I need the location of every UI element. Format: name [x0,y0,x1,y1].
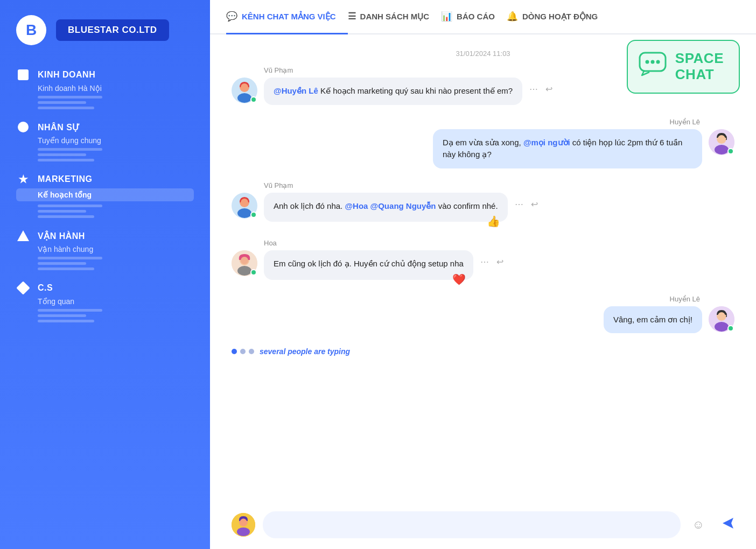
sender-label-msg3: Vũ Phạm [264,181,734,189]
svg-point-14 [237,208,251,218]
online-indicator [727,148,734,154]
sidebar-item-ke-hoach-tong[interactable]: Kế hoạch tổng [16,188,194,201]
bubble-actions-msg4: ⋯ ↩ [478,256,506,268]
reaction-heart: ❤️ [452,271,466,287]
reply-btn[interactable]: ↩ [529,198,540,210]
nav-group-nhan-su[interactable]: NHÂN SỰ Tuyển dụng chung [0,112,210,165]
main-panel: 💬 KÊNH CHAT MẢNG VIỆC ☰ DANH SÁCH MỤC 📊 … [210,0,756,549]
message-row-msg4: Em cũng ok lịch đó ạ. Huyền cứ chủ động … [232,250,734,280]
nav-line [38,268,94,270]
sidebar-item-tuyen-dung-chung[interactable]: Tuyển dụng chung [16,136,194,145]
emoji-button[interactable]: ☺ [688,516,709,534]
tab-dong-hoat-dong[interactable]: 🔔 DÒNG HOẠT ĐỘNG [507,0,610,34]
svg-point-6 [237,93,251,103]
nav-lines-cs [16,309,194,322]
mention-moi-nguoi: @mọi người [523,138,570,147]
nav-group-kinh-doanh[interactable]: KINH DOANH Kinh doanh Hà Nội [0,60,210,112]
activity-icon: 🔔 [507,11,518,22]
bubble-actions-msg1: ⋯ ↩ [527,83,555,95]
company-name[interactable]: BLUESTAR CO.LTD [56,19,169,41]
nav-line [38,101,86,104]
message-row-msg2: Dạ em vừa sửa xong, @mọi người có tiện h… [232,129,734,168]
sidebar-item-kinh-doanh-ha-noi[interactable]: Kinh doanh Hà Nội [16,84,194,93]
nav-line [38,96,102,98]
avatar-hoa [232,250,257,276]
svg-point-26 [237,527,250,536]
nav-group-title-marketing[interactable]: ★ MARKETING [16,172,194,186]
avatar-vu-pham [232,78,257,103]
list-icon: ☰ [348,11,356,22]
nav-line [38,153,86,156]
msg-content-msg5: Vâng, em cảm ơn chị! [604,306,702,334]
company-logo[interactable]: B [16,15,46,45]
reply-btn[interactable]: ↩ [494,256,506,268]
topnav: 💬 KÊNH CHAT MẢNG VIỆC ☰ DANH SÁCH MỤC 📊 … [210,0,756,34]
nav-line [38,205,102,207]
typing-indicator: several people are typing [232,343,734,358]
diamond-icon [16,281,30,295]
chat-icon: 💬 [226,11,237,22]
msg-content-msg1: @Huyền Lê Kế hoạch marketing quý sau khi… [264,78,522,105]
mention-hoa: @Hoa [345,201,368,210]
chat-input-bar: ☺ [210,504,756,549]
svg-point-7 [241,83,248,91]
avatar-vu-pham-msg3 [232,193,257,219]
sidebar-header: B BLUESTAR CO.LTD [0,0,210,60]
circle-icon [16,120,30,134]
sidebar-nav: KINH DOANH Kinh doanh Hà Nội NHÂN SỰ Tuy… [0,60,210,549]
avatar-huyen-le-msg5 [709,306,734,332]
avatar-huyen-le-msg2 [709,129,734,155]
reply-btn[interactable]: ↩ [543,83,555,95]
tab-bao-cao[interactable]: 📊 BÁO CÁO [441,0,507,34]
nav-group-van-hanh[interactable]: VẬN HÀNH Vận hành chung [0,221,210,273]
tab-kenh-chat[interactable]: 💬 KÊNH CHAT MẢNG VIỆC [226,0,348,34]
bubble-msg4: Em cũng ok lịch đó ạ. Huyền cứ chủ động … [264,250,473,280]
more-action-btn[interactable]: ⋯ [478,256,491,268]
tab-danh-sach[interactable]: ☰ DANH SÁCH MỤC [348,0,442,34]
msg-content-msg4: Em cũng ok lịch đó ạ. Huyền cứ chủ động … [264,250,473,280]
more-action-btn[interactable]: ⋯ [513,198,526,210]
sidebar-item-van-hanh-chung[interactable]: Vận hành chung [16,245,194,254]
nav-group-title-nhan-su[interactable]: NHÂN SỰ [16,120,194,134]
bubble-msg2: Dạ em vừa sửa xong, @mọi người có tiện h… [433,129,702,168]
sidebar-item-tong-quan[interactable]: Tổng quan [16,297,194,306]
triangle-icon [16,229,30,243]
msg-content-msg3: Anh ok lịch đó nha. @Hoa @Quang Nguyễn v… [264,193,508,222]
chat-messages: 31/01/2024 11:03 Vũ Phạm [210,34,756,504]
svg-point-11 [718,135,725,143]
svg-point-27 [240,519,247,526]
typing-dot-3 [249,349,254,354]
nav-line [38,148,102,151]
svg-point-3 [656,60,660,64]
typing-text: several people are typing [260,347,350,356]
report-icon: 📊 [441,11,452,22]
bubble-msg3: Anh ok lịch đó nha. @Hoa @Quang Nguyễn v… [264,193,508,222]
nav-group-title-cs[interactable]: C.S [16,281,194,295]
star-icon: ★ [16,172,30,186]
space-chat-banner: SPACE CHAT [627,40,740,94]
svg-point-1 [645,60,649,64]
nav-group-title-van-hanh[interactable]: VẬN HÀNH [16,229,194,243]
more-action-btn[interactable]: ⋯ [527,83,540,95]
online-indicator [250,269,257,276]
nav-line [38,320,94,322]
sidebar: B BLUESTAR CO.LTD KINH DOANH Kinh doanh … [0,0,210,549]
bubble-actions-msg3: ⋯ ↩ [513,198,540,210]
nav-line [38,314,86,317]
nav-group-title-kinh-doanh[interactable]: KINH DOANH [16,68,194,82]
bubble-msg5: Vâng, em cảm ơn chị! [604,306,702,334]
input-user-avatar [232,513,255,537]
chat-input[interactable] [263,511,681,538]
mention-quang-nguyen: @Quang Nguyễn [370,201,436,210]
nav-line [38,215,94,218]
svg-point-18 [237,266,251,276]
sender-label-msg2: Huyền Lê [232,118,700,126]
nav-line [38,257,102,259]
typing-dots [232,349,254,354]
nav-lines-nhan-su [16,148,194,161]
nav-group-marketing[interactable]: ★ MARKETING Kế hoạch tổng [0,165,210,221]
send-button[interactable] [716,513,740,536]
message-row-msg5: Vâng, em cảm ơn chị! [232,306,734,334]
typing-dot-1 [232,349,237,354]
nav-group-cs[interactable]: C.S Tổng quan [0,273,210,326]
